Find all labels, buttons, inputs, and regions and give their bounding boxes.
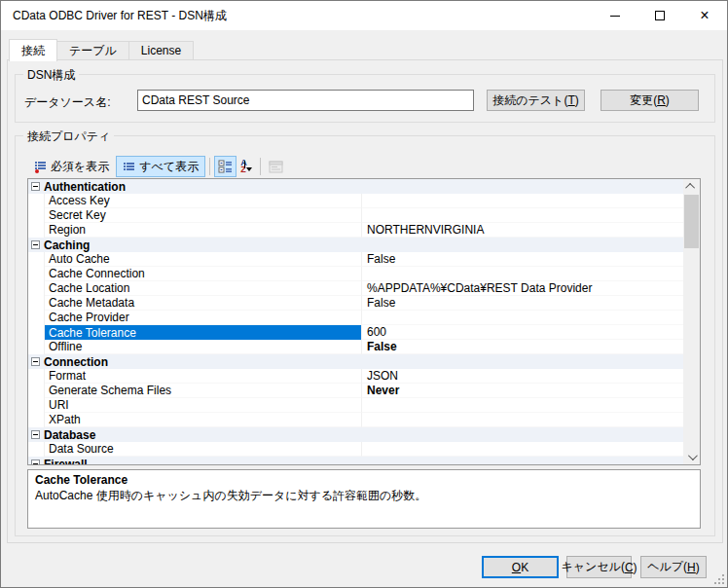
- property-row-cache-provider[interactable]: Cache Provider: [28, 311, 683, 325]
- property-row-secret-key[interactable]: Secret Key: [28, 208, 683, 223]
- help-button[interactable]: ヘルプ(H): [640, 556, 707, 578]
- property-grid: Authentication Access Key Secret Key Reg…: [27, 178, 701, 465]
- property-value[interactable]: False: [362, 296, 683, 311]
- tab-license[interactable]: License: [129, 41, 194, 60]
- list-icon: [123, 161, 135, 173]
- property-value[interactable]: [362, 267, 683, 281]
- button-mnemonic: T: [567, 93, 574, 107]
- close-button[interactable]: ×: [682, 1, 727, 30]
- property-value[interactable]: [362, 398, 683, 413]
- property-value[interactable]: 600: [362, 325, 683, 340]
- property-name[interactable]: Secret Key: [45, 208, 362, 223]
- category-row-database[interactable]: Database: [28, 427, 683, 442]
- property-name[interactable]: URI: [45, 398, 362, 413]
- property-value[interactable]: [362, 194, 683, 208]
- scrollbar-thumb[interactable]: [684, 195, 699, 248]
- property-name[interactable]: Generate Schema Files: [45, 384, 362, 398]
- property-row-region[interactable]: Region NORTHERNVIRGINIA: [28, 223, 683, 238]
- toolbar-separator: [260, 158, 261, 175]
- titlebar[interactable]: CData ODBC Driver for REST - DSN構成 ×: [1, 1, 727, 30]
- show-required-button[interactable]: 必須を表示: [27, 156, 116, 177]
- ok-button[interactable]: OK: [482, 556, 559, 578]
- property-name[interactable]: Cache Provider: [45, 311, 362, 325]
- property-name[interactable]: XPath: [45, 413, 362, 427]
- property-row-data-source[interactable]: Data Source: [28, 442, 683, 457]
- property-value[interactable]: NORTHERNVIRGINIA: [362, 223, 683, 238]
- category-row-connection[interactable]: Connection: [28, 354, 683, 369]
- button-mnemonic: H: [687, 561, 696, 574]
- property-row-offline[interactable]: Offline False: [28, 340, 683, 354]
- property-name[interactable]: Cache Metadata: [45, 296, 362, 311]
- categorized-icon: [218, 160, 233, 174]
- property-row-generate-schema-files[interactable]: Generate Schema Files Never: [28, 384, 683, 398]
- property-grid-rows: Authentication Access Key Secret Key Reg…: [28, 179, 683, 465]
- property-row-format[interactable]: Format JSON: [28, 369, 683, 384]
- row-indent: [28, 223, 45, 238]
- property-value[interactable]: [362, 311, 683, 325]
- property-value[interactable]: False: [362, 340, 683, 354]
- property-value[interactable]: [362, 208, 683, 223]
- az-sort-icon: AZ: [240, 160, 252, 173]
- collapse-icon[interactable]: [31, 357, 40, 366]
- property-row-auto-cache[interactable]: Auto Cache False: [28, 252, 683, 267]
- category-row-caching[interactable]: Caching: [28, 238, 683, 252]
- property-value[interactable]: JSON: [362, 369, 683, 384]
- test-connection-button[interactable]: 接続のテスト(T): [487, 90, 585, 111]
- property-name[interactable]: Offline: [45, 340, 362, 354]
- property-row-cache-connection[interactable]: Cache Connection: [28, 267, 683, 281]
- property-row-access-key[interactable]: Access Key: [28, 194, 683, 208]
- property-name[interactable]: Cache Tolerance: [45, 325, 362, 340]
- property-value[interactable]: [362, 442, 683, 457]
- cancel-button[interactable]: キャンセル(C): [566, 556, 632, 578]
- property-name[interactable]: Format: [45, 369, 362, 384]
- property-row-uri[interactable]: URI: [28, 398, 683, 413]
- property-value[interactable]: %APPDATA%¥CData¥REST Data Provider: [362, 281, 683, 296]
- row-indent: [28, 340, 45, 354]
- row-indent: [28, 325, 45, 340]
- maximize-icon: [655, 11, 665, 20]
- property-name[interactable]: Region: [45, 223, 362, 238]
- datasource-name-input[interactable]: [137, 90, 474, 111]
- show-all-button[interactable]: すべて表示: [116, 156, 205, 177]
- property-value[interactable]: [362, 413, 683, 427]
- button-label: キャンセル(: [561, 559, 624, 575]
- description-title: Cache Tolerance: [35, 473, 693, 487]
- property-row-cache-metadata[interactable]: Cache Metadata False: [28, 296, 683, 311]
- tab-table[interactable]: テーブル: [57, 41, 129, 60]
- collapse-icon[interactable]: [31, 430, 40, 439]
- category-row-authentication[interactable]: Authentication: [28, 179, 683, 194]
- property-value[interactable]: False: [362, 252, 683, 267]
- property-row-cache-location[interactable]: Cache Location %APPDATA%¥CData¥REST Data…: [28, 281, 683, 296]
- category-label: Authentication: [40, 180, 126, 194]
- scroll-down-button[interactable]: [683, 450, 700, 464]
- property-pages-button: [265, 156, 287, 177]
- dsn-config-dialog: CData ODBC Driver for REST - DSN構成 × 接続 …: [0, 0, 728, 588]
- property-value[interactable]: Never: [362, 384, 683, 398]
- show-all-label: すべて表示: [139, 159, 199, 175]
- button-label: ): [634, 561, 637, 574]
- scroll-up-button[interactable]: [683, 179, 700, 194]
- tab-label: 接続: [21, 43, 45, 59]
- chevron-up-icon: [685, 183, 695, 193]
- property-name[interactable]: Access Key: [45, 194, 362, 208]
- property-name[interactable]: Cache Connection: [45, 267, 362, 281]
- row-indent: [28, 267, 45, 281]
- change-button[interactable]: 変更(R): [601, 90, 699, 111]
- categorized-view-button[interactable]: [214, 156, 237, 177]
- collapse-icon[interactable]: [31, 240, 40, 249]
- minimize-button[interactable]: [593, 1, 637, 30]
- property-name[interactable]: Cache Location: [45, 281, 362, 296]
- collapse-icon[interactable]: [31, 459, 40, 465]
- tab-connection[interactable]: 接続: [9, 39, 57, 61]
- collapse-icon[interactable]: [31, 182, 40, 191]
- resize-grip[interactable]: [712, 572, 724, 584]
- property-row-xpath[interactable]: XPath: [28, 413, 683, 427]
- property-row-cache-tolerance-selected[interactable]: Cache Tolerance 600: [28, 325, 683, 340]
- button-label: ): [696, 561, 700, 574]
- alphabetical-sort-button[interactable]: AZ: [237, 156, 256, 177]
- vertical-scrollbar[interactable]: [683, 179, 700, 464]
- maximize-button[interactable]: [637, 1, 682, 30]
- property-name[interactable]: Data Source: [45, 442, 362, 457]
- category-row-firewall[interactable]: Firewall: [28, 457, 683, 465]
- property-name[interactable]: Auto Cache: [45, 252, 362, 267]
